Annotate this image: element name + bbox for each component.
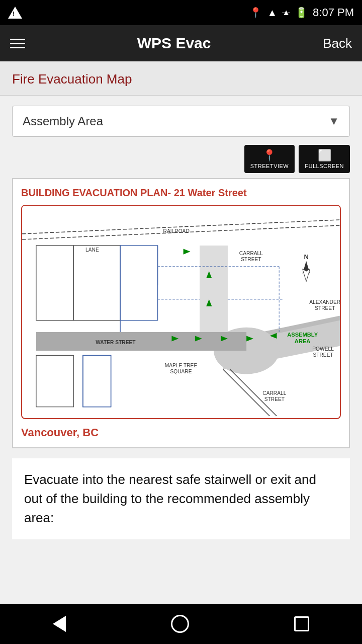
back-nav-icon [53, 616, 66, 632]
recents-nav-button[interactable] [294, 616, 309, 631]
svg-text:STREET: STREET [315, 305, 335, 311]
chevron-down-icon: ▼ [328, 115, 339, 128]
svg-text:CARRALL: CARRALL [239, 251, 263, 256]
svg-rect-16 [36, 332, 246, 351]
streetview-button[interactable]: 📍 STREETVIEW [244, 145, 295, 173]
status-time: 8:07 PM [313, 6, 354, 19]
back-nav-button[interactable] [53, 616, 66, 632]
svg-text:STREET: STREET [264, 396, 285, 402]
svg-text:CARRALL: CARRALL [262, 390, 286, 396]
recents-nav-icon [294, 616, 309, 631]
svg-text:POWELL: POWELL [312, 346, 334, 352]
map-title: BUILDING EVACUATION PLAN- 21 Water Stree… [21, 187, 341, 199]
svg-text:N: N [304, 253, 308, 261]
svg-text:MAPLE TREE: MAPLE TREE [165, 363, 198, 368]
map-container: BUILDING EVACUATION PLAN- 21 Water Stree… [12, 178, 350, 448]
page-title: Fire Evacuation Map [12, 71, 350, 87]
streetview-icon: 📍 [262, 149, 276, 162]
svg-text:LANE: LANE [85, 247, 99, 253]
evacuation-map: RAILROAD LANE CARRALL STREET [21, 205, 341, 419]
back-button[interactable]: Back [323, 36, 352, 51]
content-area: Assembly Area ▼ 📍 STREETVIEW ⬜ FULLSCREE… [0, 96, 362, 549]
warning-icon [8, 7, 22, 19]
location-icon: 📍 [249, 7, 262, 19]
description-text: Evacuate into the nearest safe stairwell… [12, 458, 350, 539]
svg-text:SQUARE: SQUARE [170, 369, 192, 374]
fullscreen-icon: ⬜ [318, 149, 331, 162]
wifi-icon: ▲ [267, 7, 277, 19]
nav-bar: WPS Evac Back [0, 25, 362, 61]
svg-text:STREET: STREET [313, 352, 333, 358]
svg-text:ALEXANDER: ALEXANDER [309, 299, 340, 305]
svg-text:WATER STREET: WATER STREET [96, 340, 136, 345]
svg-text:ASSEMBLY: ASSEMBLY [287, 332, 318, 338]
signal-off-icon: ▲ [282, 8, 290, 17]
home-nav-button[interactable] [171, 615, 189, 633]
menu-button[interactable] [10, 39, 25, 48]
map-svg: RAILROAD LANE CARRALL STREET [22, 206, 340, 416]
status-bar-right: 📍 ▲ ▲ 🔋 8:07 PM [249, 6, 354, 19]
evacuation-instructions: Evacuate into the nearest safe stairwell… [24, 472, 316, 525]
dropdown-selected-label: Assembly Area [23, 114, 103, 128]
map-controls: 📍 STREETVIEW ⬜ FULLSCREEN [12, 145, 350, 173]
bottom-nav [0, 604, 362, 644]
app-title: WPS Evac [137, 35, 211, 52]
fullscreen-label: FULLSCREEN [305, 163, 344, 169]
assembly-area-dropdown[interactable]: Assembly Area ▼ [12, 106, 350, 137]
battery-icon: 🔋 [295, 7, 308, 19]
home-nav-icon [171, 615, 189, 633]
svg-text:RAILROAD: RAILROAD [163, 228, 190, 234]
streetview-label: STREETVIEW [250, 163, 289, 169]
svg-text:AREA: AREA [295, 338, 311, 344]
status-bar-left [8, 7, 22, 19]
svg-text:STREET: STREET [241, 257, 261, 262]
map-subtitle: Vancouver, BC [21, 426, 341, 439]
status-bar: 📍 ▲ ▲ 🔋 8:07 PM [0, 0, 362, 25]
page-header: Fire Evacuation Map [0, 61, 362, 96]
fullscreen-button[interactable]: ⬜ FULLSCREEN [299, 145, 350, 173]
